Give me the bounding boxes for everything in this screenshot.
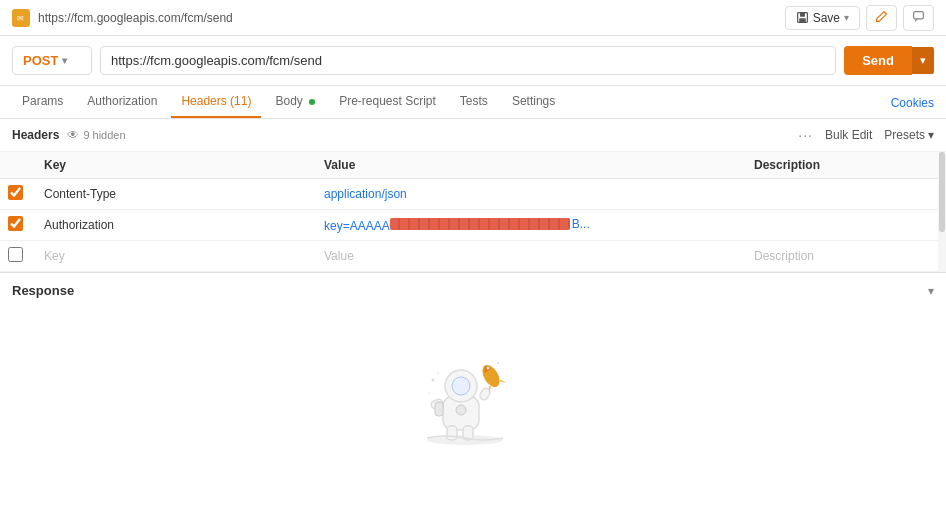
table-row: Authorization key=AAAAAB...	[0, 210, 946, 241]
send-dropdown-button[interactable]: ▾	[912, 47, 934, 74]
method-selector[interactable]: POST ▾	[12, 46, 92, 75]
row2-value-suffix: B...	[572, 217, 590, 231]
presets-button[interactable]: Presets ▾	[884, 128, 934, 142]
headers-badge: (11)	[230, 94, 251, 108]
bulk-edit-button[interactable]: Bulk Edit	[825, 128, 872, 142]
response-chevron-icon: ▾	[928, 284, 934, 298]
edit-button[interactable]	[866, 5, 897, 31]
title-bar: ✉ https://fcm.googleapis.com/fcm/send Sa…	[0, 0, 946, 36]
svg-text:✉: ✉	[17, 14, 24, 23]
tab-prerequest[interactable]: Pre-request Script	[329, 86, 446, 118]
svg-rect-4	[799, 18, 806, 22]
url-input[interactable]	[100, 46, 836, 75]
row1-key-cell: Content-Type	[36, 179, 316, 210]
comment-icon	[912, 10, 925, 23]
row2-checkbox[interactable]	[8, 216, 23, 231]
cookies-link[interactable]: Cookies	[891, 96, 934, 110]
headers-section: Headers 👁 9 hidden ··· Bulk Edit Presets…	[0, 119, 946, 272]
row1-key: Content-Type	[44, 187, 116, 201]
svg-point-21	[428, 392, 430, 394]
row1-value-cell: application/json	[316, 179, 746, 210]
headers-table-container: Key Value Description Content-Type	[0, 152, 946, 272]
col-key-header: Key	[36, 152, 316, 179]
tabs-right: Cookies	[891, 95, 934, 110]
scrollbar[interactable]	[938, 152, 946, 272]
tab-authorization[interactable]: Authorization	[77, 86, 167, 118]
placeholder-value: Value	[324, 249, 354, 263]
tabs-bar: Params Authorization Headers (11) Body P…	[0, 86, 946, 119]
svg-rect-5	[914, 11, 924, 18]
placeholder-row: Key Value Description	[0, 241, 946, 272]
svg-point-22	[437, 372, 439, 374]
tab-body[interactable]: Body	[265, 86, 325, 118]
edit-icon	[875, 10, 888, 23]
postman-icon: ✉	[12, 9, 30, 27]
method-chevron-icon: ▾	[62, 55, 67, 66]
title-bar-left: ✉ https://fcm.googleapis.com/fcm/send	[12, 9, 233, 27]
headers-toolbar: Headers 👁 9 hidden ··· Bulk Edit Presets…	[0, 119, 946, 152]
svg-rect-12	[447, 426, 457, 440]
row2-key-cell: Authorization	[36, 210, 316, 241]
row2-check-cell	[0, 210, 36, 241]
more-options-icon[interactable]: ···	[798, 127, 813, 143]
row1-value: application/json	[324, 187, 407, 201]
placeholder-description: Description	[754, 249, 814, 263]
svg-rect-14	[435, 402, 443, 416]
save-button[interactable]: Save ▾	[785, 6, 860, 30]
col-check-header	[0, 152, 36, 179]
placeholder-key: Key	[44, 249, 65, 263]
svg-point-24	[497, 362, 499, 364]
presets-chevron-icon: ▾	[928, 128, 934, 142]
empty-state	[0, 308, 946, 468]
row1-desc-cell	[746, 179, 946, 210]
row2-value-cell: key=AAAAAB...	[316, 210, 746, 241]
placeholder-key-cell: Key	[36, 241, 316, 272]
tab-settings[interactable]: Settings	[502, 86, 565, 118]
astronaut-illustration	[413, 338, 533, 448]
headers-actions: ··· Bulk Edit Presets ▾	[798, 127, 934, 143]
svg-point-23	[487, 367, 490, 370]
response-section[interactable]: Response ▾	[0, 272, 946, 308]
tab-params[interactable]: Params	[12, 86, 73, 118]
row1-check-cell	[0, 179, 36, 210]
svg-point-20	[432, 379, 435, 382]
response-title: Response	[12, 283, 74, 298]
placeholder-desc-cell: Description	[746, 241, 946, 272]
tab-tests[interactable]: Tests	[450, 86, 498, 118]
body-dot-indicator	[309, 99, 315, 105]
col-desc-header: Description	[746, 152, 946, 179]
svg-point-15	[456, 405, 466, 415]
svg-point-9	[452, 377, 470, 395]
placeholder-check-cell	[0, 241, 36, 272]
title-bar-right: Save ▾	[785, 5, 934, 31]
svg-marker-19	[498, 378, 506, 386]
row1-checkbox[interactable]	[8, 185, 23, 200]
hidden-badge: 👁 9 hidden	[67, 128, 125, 142]
eye-icon: 👁	[67, 128, 79, 142]
comment-button[interactable]	[903, 5, 934, 31]
method-label: POST	[23, 53, 58, 68]
table-row: Content-Type application/json	[0, 179, 946, 210]
redacted-bar	[390, 218, 570, 230]
tab-headers[interactable]: Headers (11)	[171, 86, 261, 118]
row2-value-prefix: key=AAAAA	[324, 219, 390, 233]
save-icon	[796, 11, 809, 24]
row2-desc-cell	[746, 210, 946, 241]
placeholder-checkbox[interactable]	[8, 247, 23, 262]
placeholder-value-cell: Value	[316, 241, 746, 272]
headers-title: Headers	[12, 128, 59, 142]
send-button-group: Send ▾	[844, 46, 934, 75]
title-bar-url: https://fcm.googleapis.com/fcm/send	[38, 11, 233, 25]
headers-table: Key Value Description Content-Type	[0, 152, 946, 272]
row2-value-redacted: B...	[390, 217, 590, 231]
request-bar: POST ▾ Send ▾	[0, 36, 946, 86]
scrollbar-thumb	[939, 152, 945, 232]
col-value-header: Value	[316, 152, 746, 179]
svg-rect-3	[800, 13, 805, 17]
save-dropdown-arrow: ▾	[844, 12, 849, 23]
send-button[interactable]: Send	[844, 46, 912, 75]
row2-key: Authorization	[44, 218, 114, 232]
